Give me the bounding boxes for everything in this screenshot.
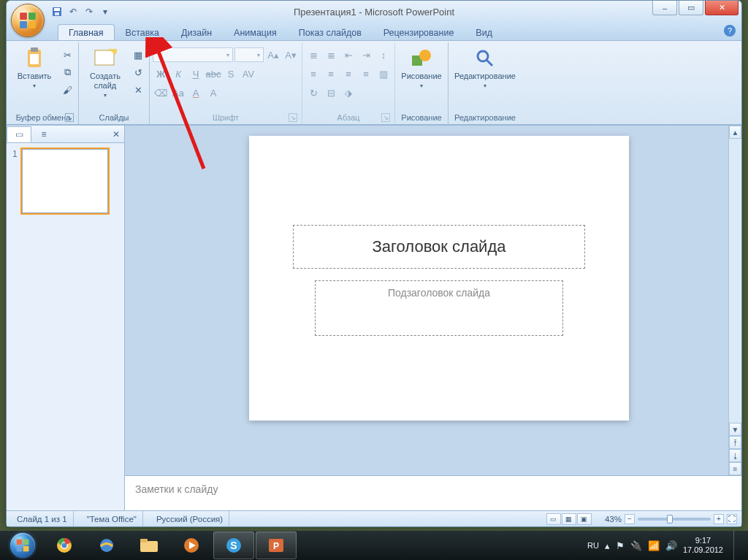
paragraph-launcher[interactable]: ↘ — [381, 113, 390, 122]
indent-inc-button[interactable]: ⇥ — [358, 47, 374, 63]
tab-insert[interactable]: Вставка — [115, 24, 170, 40]
sorter-view-button[interactable]: ▦ — [562, 513, 576, 525]
maximize-button[interactable]: ▭ — [679, 1, 703, 15]
text-direction-button[interactable]: ↻ — [305, 85, 321, 101]
undo-icon[interactable]: ↶ — [66, 5, 80, 18]
tray-show-hidden-icon[interactable]: ▴ — [605, 540, 610, 551]
align-center-button[interactable]: ≡ — [323, 66, 339, 82]
drawing-button[interactable]: Рисование ▾ — [398, 44, 445, 92]
tab-animation[interactable]: Анимация — [223, 24, 288, 40]
shrink-font-button[interactable]: A▾ — [283, 47, 299, 63]
subtitle-placeholder[interactable]: Подзаголовок слайда — [315, 280, 563, 336]
strike-button[interactable]: abc — [205, 66, 221, 82]
close-button[interactable]: ✕ — [705, 1, 739, 15]
taskbar-chrome[interactable] — [44, 532, 85, 559]
reset-button[interactable]: ↺ — [130, 64, 146, 80]
zoom-in-button[interactable]: + — [714, 514, 724, 524]
slideshow-view-button[interactable]: ▣ — [577, 513, 592, 525]
taskbar-skype[interactable]: S — [213, 532, 254, 559]
tray-language[interactable]: RU — [587, 541, 599, 550]
save-icon[interactable] — [50, 5, 64, 18]
align-right-button[interactable]: ≡ — [340, 66, 356, 82]
tab-design[interactable]: Дизайн — [170, 24, 223, 40]
font-name-combo[interactable]: ▾ — [153, 47, 233, 62]
tray-volume-icon[interactable]: 🔊 — [665, 540, 677, 551]
bullets-button[interactable]: ≣ — [305, 47, 321, 63]
canvas-viewport[interactable]: Заголовок слайда Подзаголовок слайда ▲ ▼… — [125, 126, 741, 475]
minimize-button[interactable]: – — [652, 1, 677, 15]
tray-clock[interactable]: 9:17 17.09.2012 — [683, 536, 723, 554]
notes-pane[interactable]: Заметки к слайду — [125, 475, 741, 510]
status-language[interactable]: Русский (Россия) — [150, 511, 229, 526]
status-slide-count[interactable]: Слайд 1 из 1 — [11, 511, 74, 526]
slide-canvas[interactable]: Заголовок слайда Подзаголовок слайда — [249, 136, 629, 421]
indent-dec-button[interactable]: ⇤ — [340, 47, 356, 63]
change-case-button[interactable]: Aa — [170, 85, 186, 101]
align-text-button[interactable]: ⊟ — [323, 85, 339, 101]
title-placeholder[interactable]: Заголовок слайда — [293, 225, 585, 269]
thumbnail-item[interactable]: 1 — [12, 149, 118, 213]
taskbar-ie[interactable] — [86, 532, 127, 559]
paste-button[interactable]: Вставить ▾ — [11, 44, 58, 92]
line-spacing-button[interactable]: ↕ — [375, 47, 392, 63]
underline-button[interactable]: Ч — [188, 66, 204, 82]
redo-icon[interactable]: ↷ — [83, 5, 96, 18]
panel-tab-slides[interactable]: ▭ — [7, 126, 31, 142]
grow-font-button[interactable]: A▴ — [265, 47, 281, 63]
office-button[interactable] — [11, 4, 45, 37]
format-painter-button[interactable]: 🖌 — [59, 82, 75, 98]
editing-button[interactable]: Редактирование ▾ — [451, 44, 519, 92]
prev-slide-button[interactable]: ⭱ — [729, 436, 741, 449]
scroll-track[interactable] — [729, 139, 741, 423]
zoom-slider[interactable] — [638, 518, 711, 521]
align-left-button[interactable]: ≡ — [305, 66, 321, 82]
tab-slideshow[interactable]: Показ слайдов — [288, 24, 373, 40]
tab-review[interactable]: Рецензирование — [373, 24, 465, 40]
show-desktop-button[interactable] — [733, 531, 742, 560]
spacing-button[interactable]: AV — [240, 66, 256, 82]
layout-button[interactable]: ▦ — [130, 47, 146, 63]
tray-flag-icon[interactable]: ⚑ — [616, 540, 625, 551]
copy-button[interactable]: ⧉ — [59, 64, 75, 80]
new-slide-button[interactable]: Создать слайд ▾ — [82, 44, 129, 101]
taskbar-powerpoint[interactable]: P — [256, 532, 297, 559]
slide-nav-menu[interactable]: ≡ — [729, 462, 741, 475]
vertical-scrollbar[interactable]: ▲ ▼ ⭱ ⭳ ≡ — [728, 126, 741, 475]
scroll-up-icon[interactable]: ▲ — [729, 126, 741, 139]
font-launcher[interactable]: ↘ — [289, 113, 297, 122]
bold-button[interactable]: Ж — [153, 66, 169, 82]
taskbar-mediaplayer[interactable] — [171, 532, 212, 559]
delete-slide-button[interactable]: ✕ — [130, 82, 146, 98]
columns-button[interactable]: ▥ — [375, 66, 392, 82]
thumbnail-preview[interactable] — [22, 149, 108, 213]
font-size-combo[interactable]: ▾ — [234, 47, 264, 62]
zoom-thumb[interactable] — [667, 515, 673, 523]
panel-tab-outline[interactable]: ≡ — [31, 126, 56, 142]
taskbar-explorer[interactable] — [129, 532, 169, 559]
italic-button[interactable]: К — [170, 66, 186, 82]
tab-home[interactable]: Главная — [58, 24, 115, 40]
fit-window-button[interactable]: ⛶ — [727, 514, 737, 524]
start-button[interactable] — [3, 531, 42, 560]
smartart-button[interactable]: ⬗ — [340, 85, 356, 101]
clipboard-launcher[interactable]: ↘ — [65, 113, 74, 122]
cut-button[interactable]: ✂ — [59, 47, 75, 63]
justify-button[interactable]: ≡ — [358, 66, 374, 82]
tray-power-icon[interactable]: 🔌 — [630, 540, 642, 551]
normal-view-button[interactable]: ▭ — [546, 513, 561, 525]
zoom-out-button[interactable]: − — [625, 514, 635, 524]
qat-customize-icon[interactable]: ▾ — [99, 5, 112, 18]
zoom-value[interactable]: 43% — [605, 515, 622, 523]
shadow-button[interactable]: S — [223, 66, 239, 82]
next-slide-button[interactable]: ⭳ — [729, 449, 741, 462]
tab-view[interactable]: Вид — [465, 24, 503, 40]
numbering-button[interactable]: ≣ — [323, 47, 339, 63]
highlight-button[interactable]: A — [205, 85, 221, 101]
panel-close-button[interactable]: ✕ — [112, 129, 120, 139]
scroll-down-icon[interactable]: ▼ — [729, 423, 741, 436]
status-theme[interactable]: "Тема Office" — [81, 511, 143, 526]
clear-format-button[interactable]: ⌫ — [153, 85, 169, 101]
help-button[interactable]: ? — [724, 25, 736, 37]
font-color-button[interactable]: A — [188, 85, 204, 101]
tray-network-icon[interactable]: 📶 — [648, 540, 660, 551]
